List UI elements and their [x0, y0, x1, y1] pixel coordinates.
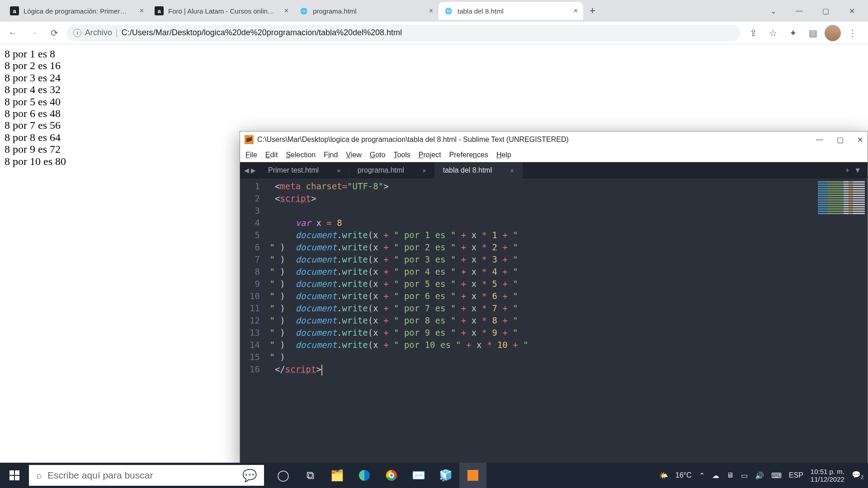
sidepanel-icon[interactable]: ▤: [805, 25, 821, 41]
language-indicator[interactable]: ESP: [789, 471, 803, 479]
close-icon[interactable]: ×: [337, 167, 341, 174]
keyboard-icon[interactable]: ⌨: [771, 471, 782, 480]
tab-nav-arrows[interactable]: ◀ ▶: [240, 162, 260, 178]
chevron-down-icon[interactable]: ⌄: [763, 7, 783, 15]
cortana-icon[interactable]: ◯: [269, 463, 297, 488]
profile-avatar[interactable]: [825, 25, 841, 41]
browser-tab-3[interactable]: 🌐 programa.html ×: [294, 2, 439, 20]
output-line: 8 por 2 es 16: [5, 60, 863, 71]
close-icon[interactable]: ×: [284, 7, 288, 15]
output-line: 8 por 1 es 8: [5, 48, 863, 60]
close-icon[interactable]: ×: [429, 7, 433, 15]
new-tab-icon[interactable]: +: [845, 166, 849, 174]
mail-icon[interactable]: ✉️: [405, 463, 432, 488]
display-icon[interactable]: 🖥: [726, 471, 734, 479]
tab-title: tabla del 8.html: [458, 7, 569, 15]
output-line: 8 por 6 es 48: [5, 108, 863, 119]
menu-preferences[interactable]: Preferences: [449, 151, 488, 159]
menu-tools[interactable]: Tools: [393, 151, 410, 159]
menu-goto[interactable]: Goto: [370, 151, 386, 159]
code-editor[interactable]: <meta charset="UTF-8"> <script> var x = …: [264, 178, 533, 465]
close-icon[interactable]: ×: [140, 7, 144, 15]
sublime-titlebar[interactable]: C:\Users\Mar\Desktop\logica de programac…: [240, 131, 868, 148]
output-line: 8 por 7 es 56: [5, 119, 863, 131]
globe-icon: 🌐: [444, 6, 453, 15]
favicon-alura: a: [10, 6, 19, 15]
menu-project[interactable]: Project: [419, 151, 441, 159]
notifications-icon[interactable]: 💬2: [852, 470, 863, 480]
chevron-up-icon[interactable]: ⌃: [699, 471, 705, 480]
browser-tab-strip: a Lógica de programación: Primer… × a Fo…: [0, 0, 868, 22]
taskview-icon[interactable]: ⧉: [297, 463, 324, 488]
browser-window-controls: ⌄ — ▢ ✕: [763, 7, 868, 15]
address-bar[interactable]: i Archivo | C:/Users/Mar/Desktop/logica%…: [67, 25, 741, 41]
network-icon[interactable]: ▭: [741, 471, 748, 480]
sound-icon[interactable]: 🔊: [755, 471, 764, 480]
taskbar-pinned: ◯ ⧉ 🗂️ ✉️ 🧊: [269, 463, 486, 488]
sublime-title-text: C:\Users\Mar\Desktop\logica de programac…: [257, 136, 569, 144]
weather-icon[interactable]: 🌤️: [659, 471, 668, 480]
close-icon[interactable]: ×: [510, 167, 514, 174]
close-icon[interactable]: ✕: [857, 136, 863, 144]
chrome-icon[interactable]: [378, 463, 405, 488]
menu-file[interactable]: File: [245, 151, 257, 159]
line-number-gutter: 12345678910111213141516: [240, 178, 264, 465]
sublime-taskbar-icon[interactable]: [459, 463, 486, 488]
extensions-icon[interactable]: ✦: [785, 25, 801, 41]
search-placeholder: Escribe aquí para buscar: [47, 470, 153, 481]
share-icon[interactable]: ⇪: [745, 25, 761, 41]
url-scheme-label: Archivo: [85, 28, 112, 38]
menu-help[interactable]: Help: [496, 151, 511, 159]
menu-find[interactable]: Find: [324, 151, 338, 159]
sublime-window: C:\Users\Mar\Desktop\logica de programac…: [240, 131, 868, 465]
maximize-icon[interactable]: ▢: [837, 136, 844, 144]
system-tray: 🌤️ 16°C ⌃ ☁ 🖥 ▭ 🔊 ⌨ ESP 10:51 p. m. 11/1…: [659, 468, 868, 483]
edge-icon[interactable]: [351, 463, 378, 488]
editor-tab-3[interactable]: tabla del 8.html×: [435, 162, 523, 178]
url-path: C:/Users/Mar/Desktop/logica%20de%20progr…: [122, 28, 402, 38]
store-icon[interactable]: 🧊: [432, 463, 459, 488]
weather-temp[interactable]: 16°C: [675, 471, 692, 479]
tab-title: programa.html: [313, 7, 425, 15]
editor-tab-2[interactable]: programa.html×: [349, 162, 435, 178]
star-icon[interactable]: ☆: [765, 25, 781, 41]
close-icon[interactable]: ×: [574, 7, 578, 15]
browser-tab-1[interactable]: a Lógica de programación: Primer… ×: [5, 2, 149, 20]
favicon-alura: a: [155, 6, 164, 15]
menu-view[interactable]: View: [346, 151, 361, 159]
output-line: 8 por 4 es 32: [5, 84, 863, 95]
menu-edit[interactable]: Edit: [265, 151, 278, 159]
onedrive-icon[interactable]: ☁: [712, 471, 719, 480]
close-icon[interactable]: ×: [422, 167, 426, 174]
output-line: 8 por 5 es 40: [5, 96, 863, 108]
info-icon[interactable]: i: [73, 29, 81, 37]
editor-tab-1[interactable]: Primer test.html×: [260, 162, 349, 178]
sublime-logo-icon: [245, 135, 254, 144]
menu-selection[interactable]: Selection: [286, 151, 316, 159]
tab-menu-icon[interactable]: ▼: [854, 166, 861, 174]
reload-button[interactable]: ⟳: [46, 25, 62, 41]
taskbar-search[interactable]: ⌕ Escribe aquí para buscar 💬: [29, 465, 264, 486]
browser-tab-4[interactable]: 🌐 tabla del 8.html ×: [439, 2, 583, 20]
back-button[interactable]: ←: [5, 25, 21, 41]
minimize-icon[interactable]: —: [789, 7, 809, 15]
forward-button[interactable]: →: [25, 25, 42, 41]
start-button[interactable]: [0, 463, 29, 488]
file-explorer-icon[interactable]: 🗂️: [324, 463, 351, 488]
menu-icon[interactable]: ⋮: [844, 25, 861, 41]
search-icon: ⌕: [36, 470, 42, 481]
maximize-icon[interactable]: ▢: [816, 7, 835, 15]
close-icon[interactable]: ✕: [842, 7, 862, 15]
windows-taskbar: ⌕ Escribe aquí para buscar 💬 ◯ ⧉ 🗂️ ✉️ 🧊…: [0, 463, 868, 488]
tab-title: Foro | Alura Latam - Cursos onlin…: [168, 7, 280, 15]
editor-body[interactable]: 12345678910111213141516 <meta charset="U…: [240, 178, 868, 465]
tab-title: Lógica de programación: Primer…: [24, 7, 135, 15]
minimize-icon[interactable]: —: [816, 136, 823, 144]
taskbar-clock[interactable]: 10:51 p. m. 11/12/2022: [811, 468, 844, 483]
sublime-menu-bar: File Edit Selection Find View Goto Tools…: [240, 148, 868, 162]
browser-toolbar: ← → ⟳ i Archivo | C:/Users/Mar/Desktop/l…: [0, 22, 868, 44]
browser-tab-2[interactable]: a Foro | Alura Latam - Cursos onlin… ×: [149, 2, 294, 20]
minimap[interactable]: [818, 178, 868, 465]
new-tab-button[interactable]: +: [590, 5, 595, 17]
sublime-tab-bar: ◀ ▶ Primer test.html× programa.html× tab…: [240, 162, 868, 178]
